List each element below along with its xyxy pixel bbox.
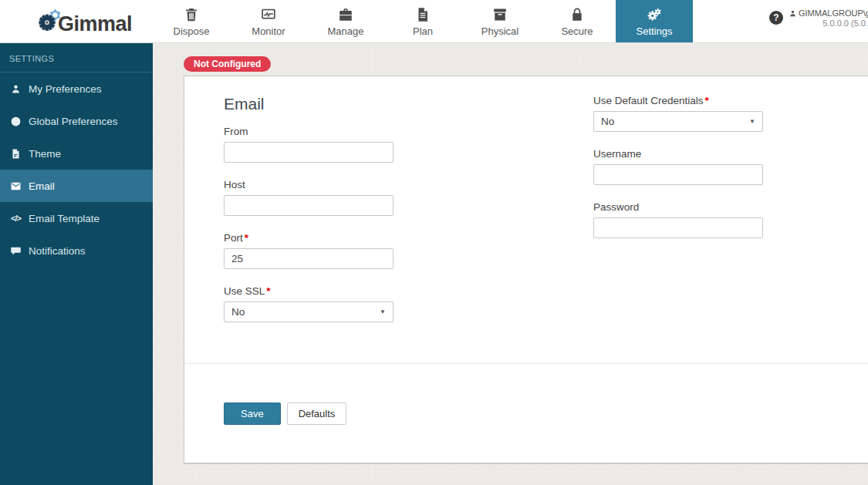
content-area: Not Configured Email From Host Port* Use… <box>153 42 868 485</box>
tab-label: Secure <box>561 25 593 37</box>
comment-icon <box>9 245 22 257</box>
use-ssl-select[interactable]: No ▼ <box>224 301 393 322</box>
password-label: Password <box>593 201 763 213</box>
port-label: Port* <box>224 232 393 244</box>
globe-icon <box>9 116 22 127</box>
sidebar-item-theme[interactable]: Theme <box>0 137 153 170</box>
gears-icon <box>646 5 663 23</box>
sidebar-item-label: Email <box>29 180 55 192</box>
tab-manage[interactable]: Manage <box>307 0 384 42</box>
panel-divider <box>184 363 868 364</box>
tab-physical[interactable]: Physical <box>461 0 539 42</box>
password-input[interactable] <box>593 217 763 238</box>
from-input[interactable] <box>224 142 393 163</box>
sidebar-item-label: Global Preferences <box>29 116 118 127</box>
username-label: Username <box>593 148 763 160</box>
gimmal-logo[interactable]: Gimmal <box>35 7 132 35</box>
tab-monitor[interactable]: Monitor <box>230 0 307 42</box>
port-field-group: Port* <box>224 232 393 269</box>
settings-sidebar: SETTINGS My Preferences Global Preferenc… <box>0 42 153 485</box>
use-default-credentials-label: Use Default Credentials* <box>593 95 763 106</box>
lock-icon <box>569 5 586 23</box>
tab-dispose[interactable]: Dispose <box>153 0 230 42</box>
chevron-down-icon: ▼ <box>749 118 755 125</box>
sidebar-item-notifications[interactable]: Notifications <box>0 234 153 267</box>
host-label: Host <box>224 179 393 190</box>
tab-settings[interactable]: Settings <box>616 0 693 42</box>
code-icon: </> <box>9 214 22 223</box>
document-icon <box>414 5 431 23</box>
theme-file-icon <box>9 148 22 160</box>
use-ssl-field-group: Use SSL* No ▼ <box>224 285 393 322</box>
from-label: From <box>224 126 393 137</box>
sidebar-item-label: Theme <box>29 148 61 160</box>
envelope-icon <box>9 180 22 192</box>
sidebar-item-label: My Preferences <box>29 83 102 95</box>
email-settings-panel: Email From Host Port* Use SSL* No ▼ <box>184 76 868 463</box>
password-field-group: Password <box>593 201 763 238</box>
tab-label: Physical <box>481 25 518 37</box>
tab-label: Dispose <box>174 25 210 37</box>
logo-text: Gimmal <box>58 14 132 35</box>
tab-plan[interactable]: Plan <box>384 0 461 42</box>
sidebar-item-my-preferences[interactable]: My Preferences <box>0 72 153 105</box>
briefcase-icon <box>337 5 354 23</box>
chevron-down-icon: ▼ <box>380 308 386 315</box>
use-default-credentials-field-group: Use Default Credentials* No ▼ <box>593 95 763 132</box>
user-name: GIMMALGROUP\g <box>799 8 868 18</box>
top-header: Gimmal Dispose Monitor <box>0 0 868 43</box>
required-marker: * <box>705 95 709 106</box>
top-nav: Dispose Monitor Manage <box>153 0 693 42</box>
username-input[interactable] <box>593 164 763 185</box>
tab-label: Manage <box>328 25 364 37</box>
tab-label: Settings <box>637 25 673 37</box>
tab-secure[interactable]: Secure <box>539 0 616 42</box>
save-button[interactable]: Save <box>224 402 281 425</box>
tab-label: Plan <box>413 25 433 37</box>
sidebar-item-global-preferences[interactable]: Global Preferences <box>0 105 153 137</box>
tab-label: Monitor <box>252 25 285 37</box>
help-icon[interactable]: ? <box>769 11 783 25</box>
use-default-credentials-select[interactable]: No ▼ <box>593 111 763 132</box>
port-input[interactable] <box>224 248 393 269</box>
defaults-button[interactable]: Defaults <box>287 402 347 425</box>
status-badge: Not Configured <box>184 56 271 72</box>
page-title: Email <box>224 95 393 113</box>
use-ssl-selected-value: No <box>231 306 245 318</box>
trash-icon <box>183 5 200 23</box>
form-actions: Save Defaults <box>224 402 346 425</box>
sidebar-item-email[interactable]: Email <box>0 170 153 202</box>
username-field-group: Username <box>593 148 763 185</box>
sidebar-item-label: Email Template <box>29 213 100 224</box>
use-ssl-label: Use SSL* <box>224 285 393 297</box>
from-field-group: From <box>224 126 393 163</box>
sidebar-item-label: Notifications <box>29 245 86 257</box>
monitor-icon <box>260 5 277 23</box>
required-marker: * <box>245 232 248 244</box>
user-icon <box>9 83 22 95</box>
host-field-group: Host <box>224 179 393 216</box>
sidebar-item-email-template[interactable]: </> Email Template <box>0 202 153 234</box>
user-info[interactable]: GIMMALGROUP\g 5.0.0.0 (5.0. <box>789 8 868 28</box>
user-icon <box>789 9 797 18</box>
sidebar-title: SETTINGS <box>0 42 153 72</box>
required-marker: * <box>266 285 270 297</box>
app-version: 5.0.0.0 (5.0. <box>789 19 868 28</box>
archive-box-icon <box>491 5 508 23</box>
host-input[interactable] <box>224 195 393 216</box>
header-user-area: ? GIMMALGROUP\g 5.0.0.0 (5.0. <box>769 8 868 28</box>
use-default-credentials-selected-value: No <box>601 116 614 127</box>
